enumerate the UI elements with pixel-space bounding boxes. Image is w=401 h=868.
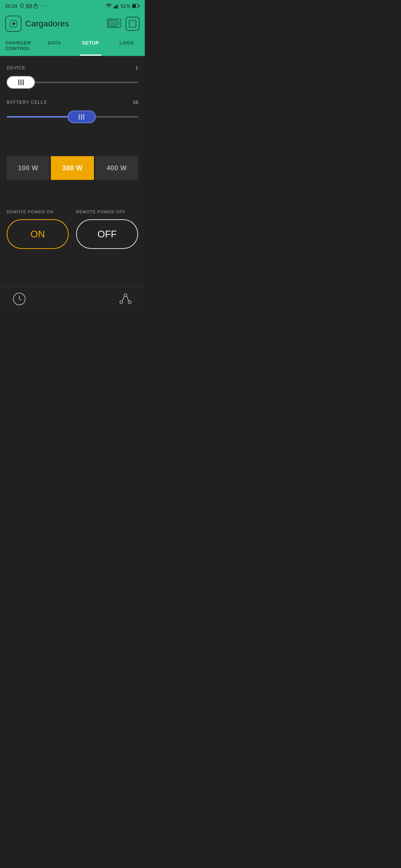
remote-power-section: REMOTE POWER ON ON REMOTE POWER OFF OFF: [7, 210, 138, 249]
lock-icon: [33, 3, 38, 9]
more-dots-icon: ···: [40, 3, 48, 9]
svg-line-20: [122, 296, 124, 301]
svg-point-18: [120, 301, 123, 304]
svg-point-19: [128, 301, 131, 304]
status-right: 51%: [106, 3, 140, 9]
remote-off-button[interactable]: OFF: [76, 219, 138, 249]
battery-cells-thumb[interactable]: [68, 111, 96, 123]
svg-rect-5: [117, 4, 118, 9]
header: Cargadores: [0, 12, 145, 36]
thumb-bar-2: [20, 79, 22, 85]
battery-icon: [132, 4, 140, 8]
share-icon: [120, 292, 131, 306]
battery-thumb-bar-1: [79, 114, 80, 120]
svg-rect-7: [139, 5, 140, 7]
share-button[interactable]: [117, 291, 134, 307]
battery-display: 51%: [121, 3, 130, 9]
status-bar: 20:24 ··· 51%: [0, 0, 145, 12]
power-100w-button[interactable]: 100 W: [7, 156, 49, 180]
time-display: 20:24: [5, 3, 17, 9]
svg-rect-1: [34, 6, 38, 8]
thumb-bar-1: [18, 79, 19, 85]
svg-rect-4: [116, 5, 117, 9]
battery-cells-value: 16: [133, 99, 138, 105]
svg-line-21: [127, 296, 128, 301]
device-label: DEVICE: [7, 65, 26, 70]
tab-setup[interactable]: SETUP: [72, 36, 109, 56]
device-value: 1: [136, 65, 138, 70]
tab-logs[interactable]: LOGS: [109, 36, 145, 56]
main-content: DEVICE 1 BATTERY CELLS 16: [0, 56, 145, 286]
spacer-1: [7, 134, 138, 145]
history-icon: [13, 292, 26, 306]
back-icon: [9, 20, 17, 28]
tab-charger-control[interactable]: CHARGER CONTROL: [0, 36, 36, 56]
square-icon-button[interactable]: [125, 17, 140, 31]
thumb-bar-3: [23, 79, 24, 85]
history-button[interactable]: [11, 291, 27, 307]
mail-icon: [26, 4, 32, 8]
svg-rect-3: [115, 6, 116, 8]
battery-cells-label-row: BATTERY CELLS 16: [7, 99, 138, 105]
svg-rect-11: [108, 20, 117, 26]
header-title: Cargadores: [25, 19, 102, 29]
device-label-row: DEVICE 1: [7, 65, 138, 70]
battery-cells-slider-container[interactable]: [7, 109, 138, 125]
battery-thumb-bar-2: [81, 114, 82, 120]
battery-cells-label: BATTERY CELLS: [7, 100, 47, 105]
device-screen-icon: [107, 18, 121, 29]
tab-data[interactable]: DATA: [36, 36, 73, 56]
remote-off-label: REMOTE POWER OFF: [76, 210, 138, 214]
tabs: CHARGER CONTROL DATA SETUP LOGS: [0, 36, 145, 56]
device-thumb[interactable]: [7, 76, 35, 89]
remote-on-label: REMOTE POWER ON: [7, 210, 69, 214]
bottom-nav: [0, 286, 145, 313]
svg-point-17: [124, 294, 127, 297]
device-icon-button[interactable]: [106, 17, 122, 31]
location-icon: [19, 3, 25, 9]
battery-thumb-bar-3: [83, 114, 84, 120]
svg-rect-0: [26, 4, 31, 7]
square-icon: [128, 20, 137, 28]
svg-rect-2: [114, 7, 115, 8]
remote-off-column: REMOTE POWER OFF OFF: [76, 210, 138, 249]
svg-rect-8: [133, 4, 136, 7]
signal-icon: [114, 4, 119, 9]
svg-rect-15: [129, 20, 136, 27]
status-time: 20:24 ···: [5, 3, 48, 9]
device-slider-section: DEVICE 1: [7, 65, 138, 91]
device-slider-container[interactable]: [7, 74, 138, 91]
power-300w-button[interactable]: 300 W: [51, 156, 94, 180]
wifi-icon: [106, 4, 112, 8]
battery-cells-slider-section: BATTERY CELLS 16: [7, 99, 138, 125]
power-400w-button[interactable]: 400 W: [95, 156, 138, 180]
spacer-2: [7, 191, 138, 202]
remote-on-column: REMOTE POWER ON ON: [7, 210, 69, 249]
svg-rect-14: [118, 23, 120, 24]
svg-rect-13: [118, 21, 120, 22]
back-button[interactable]: [5, 16, 22, 32]
remote-on-button[interactable]: ON: [7, 219, 69, 249]
power-buttons-group: 100 W 300 W 400 W: [7, 156, 138, 180]
